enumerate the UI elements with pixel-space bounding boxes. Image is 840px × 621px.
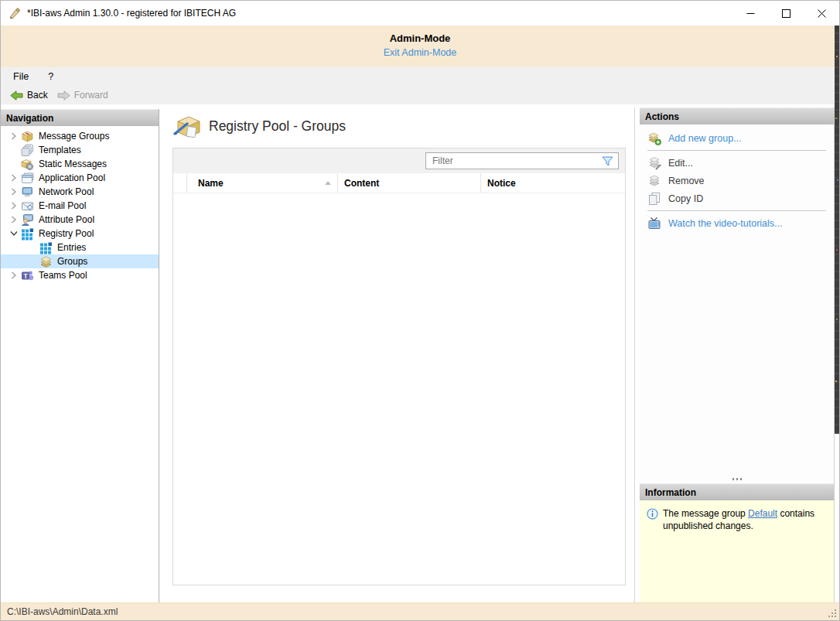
- column-header-name[interactable]: Name: [187, 173, 338, 193]
- nav-label: Network Pool: [39, 186, 94, 197]
- right-column: Actions Add new group...: [640, 107, 835, 602]
- admin-mode-title: Admin-Mode: [1, 32, 839, 44]
- application-pool-icon: [21, 172, 34, 185]
- page-title: Registry Pool - Groups: [209, 118, 346, 135]
- maximize-icon: [782, 9, 790, 18]
- table-header: Name Content Notice: [173, 173, 625, 193]
- close-icon: [818, 9, 826, 18]
- copy-id-icon: [647, 192, 661, 206]
- back-button[interactable]: Back: [5, 88, 53, 102]
- panel-splitter[interactable]: [634, 107, 635, 602]
- forward-button[interactable]: Forward: [53, 88, 113, 102]
- add-new-group-button[interactable]: Add new group...: [640, 129, 834, 147]
- filter-input-wrap: [425, 152, 619, 169]
- table-body-empty: [173, 193, 625, 585]
- copy-id-button[interactable]: Copy ID: [640, 189, 834, 207]
- tv-icon: [647, 217, 661, 230]
- actions-separator: [647, 210, 826, 211]
- filter-icon[interactable]: [602, 156, 613, 166]
- nav-item-application-pool[interactable]: Application Pool: [1, 171, 159, 185]
- nav-label: E-mail Pool: [39, 200, 86, 211]
- admin-mode-banner: Admin-Mode Exit Admin-Mode: [1, 26, 839, 67]
- nav-item-teams-pool[interactable]: T Teams Pool: [1, 268, 159, 282]
- close-button[interactable]: [804, 1, 839, 26]
- exit-admin-mode-link[interactable]: Exit Admin-Mode: [384, 47, 456, 58]
- chevron-right-icon[interactable]: [7, 174, 21, 182]
- back-label: Back: [27, 90, 48, 101]
- action-label: Remove: [668, 176, 705, 186]
- column-label: Notice: [487, 178, 516, 189]
- nav-item-email-pool[interactable]: E-mail Pool: [1, 199, 159, 213]
- registry-entries-icon: [39, 241, 53, 254]
- action-label: Copy ID: [668, 193, 703, 204]
- column-header-notice[interactable]: Notice: [481, 173, 625, 193]
- static-messages-icon: [21, 158, 34, 171]
- column-header-content[interactable]: Content: [338, 173, 481, 193]
- nav-label: Registry Pool: [39, 228, 94, 239]
- nav-item-attribute-pool[interactable]: Attribute Pool: [1, 213, 159, 227]
- actions-header: Actions: [640, 107, 834, 125]
- registry-pool-icon: [21, 227, 34, 241]
- chevron-down-icon[interactable]: [7, 230, 21, 237]
- edit-button[interactable]: Edit...: [640, 154, 834, 172]
- nav-label: Static Messages: [39, 159, 107, 169]
- information-text: The message group Default contains unpub…: [663, 507, 828, 602]
- chevron-right-icon[interactable]: [7, 202, 21, 210]
- nav-item-network-pool[interactable]: Network Pool: [1, 185, 159, 199]
- content-area: Navigation Message Groups: [1, 104, 839, 602]
- nav-item-static-messages[interactable]: Static Messages: [1, 157, 159, 171]
- groups-icon: [39, 255, 53, 268]
- menu-file[interactable]: File: [6, 69, 36, 84]
- nav-item-registry-pool[interactable]: Registry Pool: [1, 227, 159, 241]
- edit-icon: [647, 156, 661, 170]
- message-groups-icon: [21, 130, 34, 143]
- remove-icon: [647, 174, 661, 188]
- nav-item-message-groups[interactable]: Message Groups: [1, 129, 159, 143]
- minimize-button[interactable]: [732, 1, 768, 26]
- nav-label: Groups: [57, 256, 87, 267]
- app-window: { "window": { "title": "*IBI-aws Admin 1…: [0, 0, 840, 621]
- panel-resize-grip[interactable]: [640, 474, 834, 483]
- video-tutorials-link[interactable]: Watch the video-tutorials...: [640, 214, 834, 232]
- default-group-link[interactable]: Default: [748, 508, 777, 519]
- menu-bar: File ?: [1, 67, 839, 86]
- network-pool-icon: [21, 186, 34, 199]
- title-bar: *IBI-aws Admin 1.30.0 - registered for I…: [1, 1, 839, 26]
- back-icon: [10, 90, 23, 101]
- navigation-panel: Navigation Message Groups: [1, 109, 159, 602]
- nav-item-groups[interactable]: Groups: [1, 254, 159, 268]
- nav-label: Templates: [39, 145, 81, 155]
- resize-grip[interactable]: [828, 609, 836, 617]
- information-panel: The message group Default contains unpub…: [640, 500, 834, 602]
- resize-grip-dots-icon: [835, 616, 836, 617]
- chevron-right-icon[interactable]: [7, 271, 21, 279]
- nav-item-templates[interactable]: Templates: [1, 143, 159, 157]
- chevron-right-icon[interactable]: [7, 188, 21, 196]
- filter-input[interactable]: [426, 155, 602, 166]
- attribute-pool-icon: [21, 213, 34, 227]
- svg-text:T: T: [23, 271, 28, 279]
- remove-button[interactable]: Remove: [640, 172, 834, 189]
- forward-icon: [57, 90, 70, 101]
- maximize-button[interactable]: [768, 1, 804, 26]
- navigation-tree: Message Groups Templates: [1, 126, 159, 282]
- row-selector-column: [173, 173, 187, 193]
- add-group-icon: [647, 131, 661, 145]
- nav-item-entries[interactable]: Entries: [1, 241, 159, 254]
- info-text-before: The message group: [663, 508, 748, 519]
- status-bar: C:\IBI-aws\Admin\Data.xml: [1, 602, 839, 620]
- window-controls: [732, 1, 839, 26]
- nav-label: Teams Pool: [39, 270, 87, 281]
- chevron-right-icon[interactable]: [7, 216, 21, 223]
- page-title-block: Registry Pool - Groups: [173, 114, 346, 139]
- chevron-right-icon[interactable]: [7, 132, 21, 140]
- background-window-sliver: [835, 26, 839, 434]
- registry-groups-icon: [173, 114, 201, 139]
- menu-help[interactable]: ?: [41, 69, 60, 84]
- nav-label: Attribute Pool: [39, 214, 94, 225]
- data-file-path: C:\IBI-aws\Admin\Data.xml: [7, 606, 118, 617]
- nav-label: Application Pool: [39, 172, 105, 183]
- action-label: Watch the video-tutorials...: [668, 218, 783, 229]
- action-label: Edit...: [668, 158, 693, 169]
- forward-label: Forward: [74, 90, 108, 101]
